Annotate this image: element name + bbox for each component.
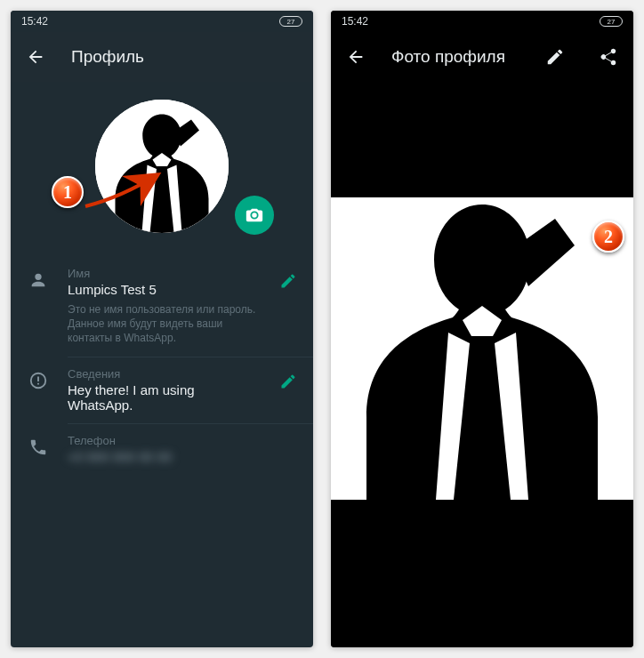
status-time: 15:42 <box>342 15 368 28</box>
battery-icon: 27 <box>279 16 302 27</box>
share-button[interactable] <box>591 39 626 75</box>
back-button[interactable] <box>18 39 53 75</box>
battery-icon: 27 <box>600 16 623 27</box>
person-icon <box>25 267 52 290</box>
change-photo-button[interactable] <box>235 196 274 235</box>
status-icons: 27 <box>592 16 623 27</box>
photo-viewer[interactable] <box>331 82 633 647</box>
back-button[interactable] <box>338 39 374 75</box>
status-bar: 15:42 27 <box>331 11 633 32</box>
avatar-section <box>11 82 313 256</box>
phone-label: Телефон <box>68 434 297 447</box>
status-bar: 15:42 27 <box>11 11 313 32</box>
app-toolbar: Профиль <box>11 32 313 82</box>
about-label: Сведения <box>68 367 263 381</box>
svg-rect-1 <box>158 164 166 230</box>
profile-avatar[interactable] <box>95 100 229 233</box>
profile-about-row[interactable]: Сведения Hey there! I am using WhatsApp. <box>11 357 313 423</box>
profile-phone-row: Телефон +0 000 000 00 00 <box>11 423 313 475</box>
status-time: 15:42 <box>21 15 48 28</box>
page-title: Профиль <box>71 47 306 67</box>
phone-profile-screen: 15:42 27 Профиль <box>11 11 313 647</box>
profile-name-row[interactable]: Имя Lumpics Test 5 Это не имя пользовате… <box>11 256 313 357</box>
step-badge-1: 1 <box>52 176 84 208</box>
phone-photo-viewer-screen: 15:42 27 Фото профиля <box>331 11 633 647</box>
info-icon <box>25 367 52 390</box>
name-hint: Это не имя пользователя или пароль. Данн… <box>68 302 263 346</box>
phone-icon <box>25 434 52 457</box>
step-badge-2: 2 <box>592 221 624 253</box>
name-label: Имя <box>68 267 263 280</box>
name-value: Lumpics Test 5 <box>68 282 263 297</box>
edit-name-button[interactable] <box>279 267 297 293</box>
app-toolbar: Фото профиля <box>331 32 633 82</box>
edit-photo-button[interactable] <box>537 39 573 75</box>
about-value: Hey there! I am using WhatsApp. <box>68 382 263 413</box>
page-title: Фото профиля <box>391 47 519 67</box>
svg-rect-3 <box>472 329 492 500</box>
edit-about-button[interactable] <box>279 367 297 394</box>
profile-photo <box>331 197 633 500</box>
profile-body: Имя Lumpics Test 5 Это не имя пользовате… <box>11 82 313 647</box>
phone-value: +0 000 000 00 00 <box>68 449 297 464</box>
status-icons: 27 <box>272 16 302 27</box>
